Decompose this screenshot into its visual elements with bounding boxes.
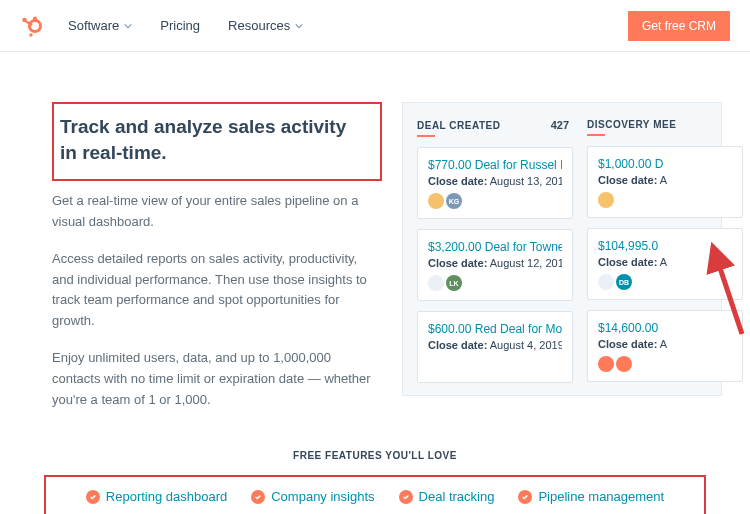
nav-resources[interactable]: Resources (228, 18, 303, 33)
features-section: FREE FEATURES YOU'LL LOVE Reporting dash… (0, 450, 750, 514)
column-count: 427 (551, 119, 569, 131)
svg-point-0 (30, 20, 41, 31)
avatar: LK (446, 275, 462, 291)
nav-pricing[interactable]: Pricing (160, 18, 200, 33)
feature-label: Deal tracking (419, 489, 495, 504)
deal-card[interactable]: $770.00 Deal for Russel IncClose date: A… (417, 147, 573, 219)
column-title: DISCOVERY MEE (587, 119, 676, 130)
nav-software[interactable]: Software (68, 18, 132, 33)
feature-item[interactable]: Company insights (251, 489, 374, 504)
column-title: DEAL CREATED (417, 120, 500, 131)
deal-card[interactable]: $104,995.0Close date: ADB (587, 228, 743, 300)
headline-annotation-box: Track and analyze sales activity in real… (52, 102, 382, 181)
hubspot-logo-icon (20, 14, 44, 38)
avatar (598, 274, 614, 290)
avatar (598, 356, 614, 372)
feature-label: Company insights (271, 489, 374, 504)
nav-label: Software (68, 18, 119, 33)
deal-card[interactable]: $1,000.00 DClose date: A (587, 146, 743, 218)
avatar (616, 356, 632, 372)
pipeline-column: DISCOVERY MEE$1,000.00 DClose date: A$10… (587, 119, 743, 393)
avatar: KG (446, 193, 462, 209)
avatar: DB (616, 274, 632, 290)
deal-close-date: Close date: A (598, 338, 732, 350)
deal-close-date: Close date: August 4, 2019 (428, 339, 562, 351)
features-annotation-box: Reporting dashboardCompany insightsDeal … (44, 475, 706, 514)
deal-close-date: Close date: A (598, 174, 732, 186)
column-accent (587, 134, 605, 136)
check-icon (399, 490, 413, 504)
check-icon (518, 490, 532, 504)
copy-column: Track and analyze sales activity in real… (52, 102, 382, 426)
feature-item[interactable]: Reporting dashboard (86, 489, 227, 504)
body-paragraph: Enjoy unlimited users, data, and up to 1… (52, 348, 382, 410)
deal-card[interactable]: $600.00 Red Deal for Monahan GroupClose … (417, 311, 573, 383)
feature-item[interactable]: Deal tracking (399, 489, 495, 504)
deal-close-date: Close date: A (598, 256, 732, 268)
pipeline-column: DEAL CREATED427$770.00 Deal for Russel I… (417, 119, 573, 393)
chevron-down-icon (124, 22, 132, 30)
check-icon (251, 490, 265, 504)
features-heading: FREE FEATURES YOU'LL LOVE (44, 450, 706, 461)
check-icon (86, 490, 100, 504)
content-area: Track and analyze sales activity in real… (0, 52, 750, 426)
deal-card[interactable]: $3,200.00 Deal for TowneClose date: Augu… (417, 229, 573, 301)
get-free-crm-button[interactable]: Get free CRM (628, 11, 730, 41)
page-headline: Track and analyze sales activity in real… (60, 114, 368, 165)
column-accent (417, 135, 435, 137)
deal-title: $600.00 Red Deal for Monahan Group (428, 322, 562, 337)
pipeline-preview: DEAL CREATED427$770.00 Deal for Russel I… (402, 102, 750, 426)
svg-point-1 (33, 16, 37, 20)
deal-close-date: Close date: August 13, 2019 (428, 175, 562, 187)
avatar-row (598, 356, 732, 372)
avatar-row: LK (428, 275, 562, 291)
svg-point-4 (29, 33, 32, 36)
avatar (428, 275, 444, 291)
deal-title: $3,200.00 Deal for Towne (428, 240, 562, 255)
deal-title: $1,000.00 D (598, 157, 732, 172)
deal-card[interactable]: $14,600.00Close date: A (587, 310, 743, 382)
feature-label: Reporting dashboard (106, 489, 227, 504)
chevron-down-icon (295, 22, 303, 30)
avatar (598, 192, 614, 208)
body-paragraph: Get a real-time view of your entire sale… (52, 191, 382, 233)
deal-close-date: Close date: August 12, 2019 (428, 257, 562, 269)
feature-label: Pipeline management (538, 489, 664, 504)
avatar (428, 193, 444, 209)
top-nav: Software Pricing Resources Get free CRM (0, 0, 750, 52)
nav-label: Pricing (160, 18, 200, 33)
deal-title: $14,600.00 (598, 321, 732, 336)
avatar-row: KG (428, 193, 562, 209)
deal-title: $104,995.0 (598, 239, 732, 254)
deal-title: $770.00 Deal for Russel Inc (428, 158, 562, 173)
body-paragraph: Access detailed reports on sales activit… (52, 249, 382, 332)
avatar-row: DB (598, 274, 732, 290)
feature-item[interactable]: Pipeline management (518, 489, 664, 504)
avatar-row (598, 192, 732, 208)
deal-board: DEAL CREATED427$770.00 Deal for Russel I… (402, 102, 722, 396)
nav-label: Resources (228, 18, 290, 33)
